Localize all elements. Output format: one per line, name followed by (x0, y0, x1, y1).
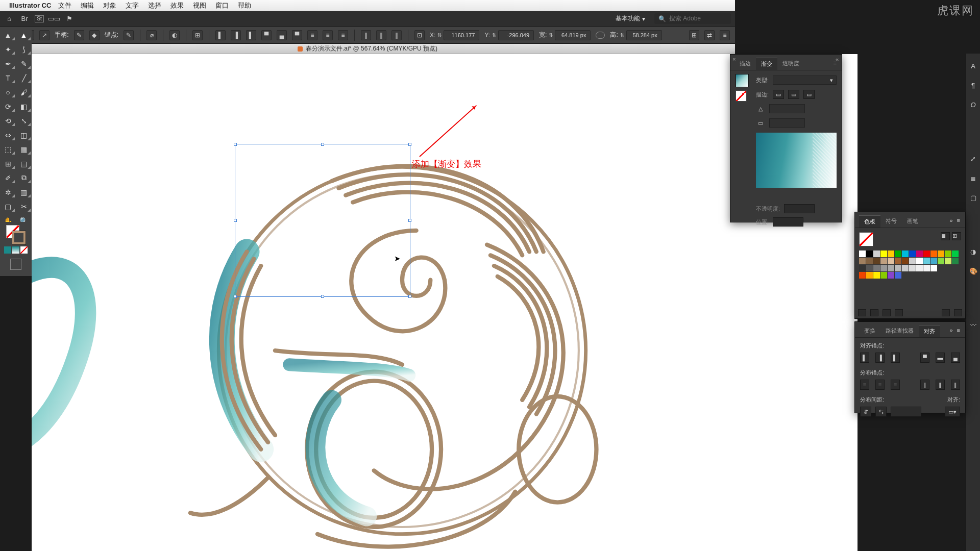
y-label: Y: (484, 32, 490, 39)
artboard-tool[interactable]: ▢ (0, 200, 16, 213)
width-tool[interactable]: ⇔ (0, 129, 16, 141)
selection-tool[interactable]: ▲ (0, 29, 16, 41)
dist-h1-icon[interactable]: ≡ (307, 30, 317, 40)
pen-tool[interactable]: ✒ (0, 57, 16, 70)
menu-type[interactable]: 文字 (126, 1, 139, 10)
panel-close-icon[interactable]: × (732, 56, 735, 62)
perspective-tool[interactable]: ▦ (16, 143, 32, 156)
slice-tool[interactable]: ✂ (16, 200, 32, 213)
line-tool[interactable]: ╱ (16, 71, 32, 84)
selection-bounding-box[interactable] (235, 144, 410, 297)
menu-help[interactable]: 帮助 (238, 1, 251, 10)
x-label: X: (430, 32, 435, 39)
eraser-tool[interactable]: ◧ (16, 100, 32, 113)
paintbrush-tool[interactable]: 🖌 (16, 86, 32, 98)
search-icon: 🔍 (658, 15, 666, 22)
align-bottom-icon[interactable]: ▀ (292, 30, 302, 40)
stroke-swatch[interactable] (12, 231, 26, 244)
color-mode-icon[interactable] (4, 246, 11, 254)
more-icon[interactable]: ≡ (720, 30, 730, 40)
dist-h2-icon[interactable]: ≡ (323, 30, 333, 40)
arrange-icon[interactable]: ▭▭ (49, 14, 59, 24)
link-wh-icon[interactable] (596, 32, 605, 39)
canvas[interactable]: ➤ 添加【渐变】效果 (32, 54, 735, 413)
scale-tool[interactable]: ⤡ (16, 114, 32, 127)
align-right-icon[interactable]: ▌ (246, 30, 256, 40)
draw-mode-icon[interactable] (10, 259, 21, 270)
reference-point-icon[interactable]: ⊡ (414, 30, 425, 40)
tools-panel-bottom (0, 222, 32, 276)
document-title[interactable]: 春分演示文件.ai* @ 567.64% (CMYK/GPU 预览) (306, 44, 437, 53)
control-bar: 转换: ↖ ↗ 手柄: ✎ ◆ 锚点: ✎ ⌀ ◐ ⊞ ▌ ▐ ▌ ▀ ▄ ▀ … (0, 27, 735, 44)
macos-menubar: Illustrator CC 文件 编辑 对象 文字 选择 效果 视图 窗口 帮… (0, 0, 735, 11)
pin-icon[interactable]: ⊞ (689, 30, 699, 40)
lasso-tool[interactable]: ⟆ (16, 43, 32, 56)
mouse-cursor-icon: ➤ (394, 254, 401, 263)
stock-icon[interactable]: St (35, 15, 44, 22)
menu-view[interactable]: 视图 (193, 1, 206, 10)
home-icon[interactable]: ⌂ (4, 14, 14, 24)
menu-edit[interactable]: 编辑 (81, 1, 94, 10)
document-icon (298, 46, 303, 52)
isolate-icon[interactable]: ◐ (169, 30, 180, 40)
chevron-down-icon: ▾ (642, 15, 645, 22)
shape-builder-tool[interactable]: ⬚ (0, 143, 16, 156)
tools-panel: ▲ ▲ ✦ ⟆ ✒ ✎ T ╱ ○ 🖌 ⟳ ◧ ⟲ ⤡ ⇔ ◫ ⬚ ▦ ⊞ ▤ … (0, 27, 32, 231)
rotate-tool[interactable]: ⟲ (0, 114, 16, 127)
annotation-text: 添加【渐变】效果 (412, 158, 481, 170)
menu-object[interactable]: 对象 (103, 1, 116, 10)
curvature-tool[interactable]: ✎ (16, 57, 32, 70)
x-value[interactable]: 1160.177 (444, 30, 479, 40)
arrange-icon2[interactable]: ⇄ (704, 30, 715, 40)
magic-wand-tool[interactable]: ✦ (0, 43, 16, 56)
dist-v2-icon[interactable]: ‖ (376, 30, 386, 40)
search-input[interactable]: 🔍 搜索 Adobe (654, 13, 731, 24)
fill-stroke-control[interactable] (6, 225, 26, 244)
handle-icon-2[interactable]: ◆ (89, 30, 100, 40)
align-left-icon[interactable]: ▌ (215, 30, 226, 40)
align-hcenter-icon[interactable]: ▐ (231, 30, 241, 40)
document-tab-bar: 春分演示文件.ai* @ 567.64% (CMYK/GPU 预览) (0, 44, 735, 54)
dist-v3-icon[interactable]: ‖ (391, 30, 402, 40)
none-mode-icon[interactable] (20, 246, 28, 254)
snap-icon[interactable]: ⊞ (192, 30, 203, 40)
menu-select[interactable]: 选择 (148, 1, 161, 10)
handle-label: 手柄: (55, 31, 68, 39)
bridge-icon[interactable]: Br (19, 14, 30, 24)
workspace-switcher[interactable]: 基本功能 ▾ (611, 13, 649, 24)
align-top-icon[interactable]: ▀ (261, 30, 272, 40)
symbol-sprayer-tool[interactable]: ✲ (0, 186, 16, 198)
app-name[interactable]: Illustrator CC (9, 2, 51, 9)
dist-h3-icon[interactable]: ≡ (338, 30, 348, 40)
w-value[interactable]: 64.819 px (555, 30, 591, 40)
free-transform-tool[interactable]: ◫ (16, 129, 32, 141)
gpu-icon[interactable]: ⚑ (64, 14, 75, 24)
convert-smooth-icon[interactable]: ↗ (39, 30, 50, 40)
app-toolbar: ⌂ Br St ▭▭ ⚑ 基本功能 ▾ 🔍 搜索 Adobe (0, 11, 735, 27)
cut-path-icon[interactable]: ⌀ (146, 30, 157, 40)
shaper-tool[interactable]: ⟳ (0, 100, 16, 113)
blend-tool[interactable]: ⧉ (16, 171, 32, 184)
h-value[interactable]: 58.284 px (626, 30, 662, 40)
y-value[interactable]: -296.049 (498, 30, 534, 40)
mesh-tool[interactable]: ⊞ (0, 157, 16, 170)
menu-effect[interactable]: 效果 (170, 1, 184, 10)
anchor-remove-icon[interactable]: ✎ (124, 30, 134, 40)
handle-icon-1[interactable]: ✎ (74, 30, 84, 40)
gradient-mode-icon[interactable] (12, 246, 19, 254)
h-label: 高: (610, 31, 618, 39)
align-vcenter-icon[interactable]: ▄ (277, 30, 287, 40)
type-tool[interactable]: T (0, 71, 16, 84)
menu-file[interactable]: 文件 (58, 1, 71, 10)
search-placeholder: 搜索 Adobe (669, 14, 701, 23)
eyedropper-tool[interactable]: ✐ (0, 171, 16, 184)
anchor-label: 锚点: (105, 31, 118, 39)
column-graph-tool[interactable]: ▥ (16, 186, 32, 198)
direct-selection-tool[interactable]: ▲ (16, 29, 32, 41)
workspace-label: 基本功能 (616, 14, 640, 23)
gradient-panel[interactable]: × « 描边 渐变 透明度 ≡ 类型: ▾ 描边: ▭ ▭ ▭ △ ▭ (730, 54, 735, 222)
menu-window[interactable]: 窗口 (215, 1, 229, 10)
ellipse-tool[interactable]: ○ (0, 86, 16, 98)
gradient-tool[interactable]: ▤ (16, 157, 32, 170)
dist-v1-icon[interactable]: ‖ (361, 30, 371, 40)
